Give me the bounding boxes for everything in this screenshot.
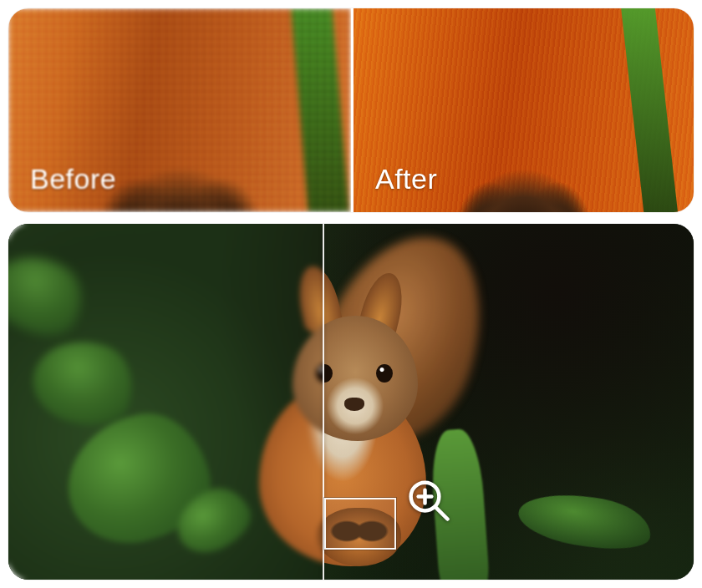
after-label: After [354,163,437,212]
zoom-region-indicator[interactable] [324,498,396,550]
zoom-in-icon[interactable] [406,478,451,523]
svg-line-1 [435,507,448,520]
before-label: Before [8,163,116,212]
squirrel-eye [376,364,393,383]
comparison-slider[interactable] [8,224,694,580]
before-panel: Before [8,8,351,212]
foliage [515,485,655,558]
squirrel-nose [344,398,364,411]
before-after-closeup: Before After [8,8,694,212]
after-panel: After [351,8,694,212]
